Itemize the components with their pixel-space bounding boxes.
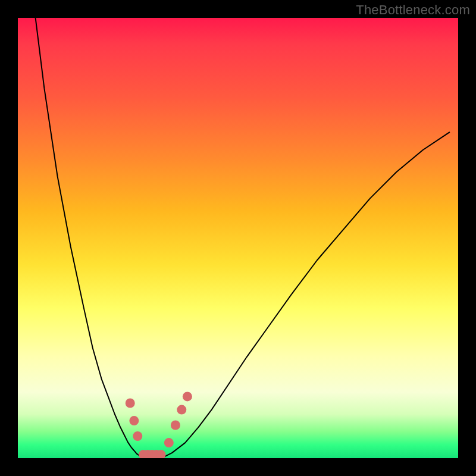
bottleneck-curves <box>36 18 450 458</box>
marker-left-dots <box>126 399 135 408</box>
marker-left-dots <box>133 431 142 441</box>
marker-right-dots <box>183 392 192 401</box>
series-right-branch <box>163 132 449 457</box>
curve-markers <box>126 392 192 458</box>
marker-right-dots <box>177 405 186 415</box>
watermark-text: TheBottleneck.com <box>356 2 470 18</box>
series-left-branch <box>36 18 143 458</box>
curve-overlay <box>18 18 458 458</box>
marker-right-dots <box>164 438 174 447</box>
plot-area <box>18 18 458 458</box>
marker-right-dots <box>171 421 180 430</box>
chart-frame: TheBottleneck.com <box>0 0 476 476</box>
marker-left-dots <box>129 416 139 425</box>
